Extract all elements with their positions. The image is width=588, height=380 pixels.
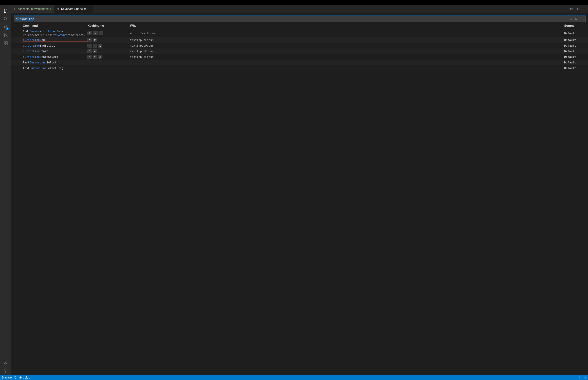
open-keybindings-json[interactable] — [570, 7, 573, 11]
bell-icon — [584, 376, 586, 379]
status-notifications[interactable] — [584, 376, 586, 379]
activity-explorer[interactable] — [1, 7, 10, 15]
keybindings-search-box[interactable] — [14, 16, 586, 22]
key-cap: ⇧ — [93, 55, 97, 59]
when-context: editorTextFocus — [130, 32, 564, 35]
close-icon[interactable] — [88, 8, 91, 10]
svg-point-12 — [59, 9, 59, 9]
gear-icon — [3, 368, 8, 373]
status-bar: main* 0 0 — [0, 375, 588, 380]
tab-label: horizontal-movement.txt — [18, 7, 49, 11]
keybindings-search-input[interactable] — [16, 17, 567, 21]
key-cap: I — [99, 31, 103, 35]
svg-point-1 — [4, 25, 5, 26]
file-text-icon — [14, 8, 16, 10]
keybinding-row[interactable]: Add Cursors to Line Endseditor.action.in… — [11, 29, 588, 37]
open-file-icon — [570, 7, 573, 11]
branch-name: main* — [5, 376, 12, 379]
activity-search[interactable] — [1, 15, 10, 23]
keybinding-row[interactable]: lastCursorLineSelectDrag-Default — [11, 65, 588, 71]
key-cap: ⌃ — [87, 49, 92, 53]
column-command[interactable]: Command — [23, 24, 87, 28]
split-editor[interactable] — [576, 7, 579, 11]
extensions-icon — [3, 41, 8, 46]
svg-point-19 — [2, 377, 3, 377]
activity-source-control[interactable]: 8 — [1, 23, 10, 31]
status-problems[interactable]: 0 0 — [19, 376, 30, 379]
when-context: textInputFocus — [130, 50, 564, 53]
sort-icon — [574, 17, 578, 20]
svg-rect-6 — [6, 42, 7, 43]
preferences-icon — [57, 8, 60, 10]
keybinding-row[interactable]: cursorLineEnd⌃EtextInputFocusDefault — [11, 37, 588, 43]
tab-modified-indicator: U — [50, 8, 52, 11]
sort-precedence-button[interactable] — [574, 17, 578, 21]
activity-account[interactable] — [1, 359, 10, 367]
svg-point-21 — [3, 377, 4, 377]
keybinding-source: Default — [564, 55, 588, 58]
tab-label: Keyboard Shortcuts — [61, 7, 86, 11]
key-cap: ⌥ — [93, 31, 98, 35]
activity-settings[interactable] — [1, 367, 10, 375]
record-keys-button[interactable] — [569, 17, 572, 21]
files-icon — [3, 8, 8, 13]
activity-extensions[interactable] — [1, 39, 10, 47]
error-count: 0 — [23, 376, 24, 379]
tab-keyboard-shortcuts[interactable]: Keyboard Shortcuts — [55, 5, 93, 13]
when-context: textInputFocus — [130, 55, 564, 58]
keyboard-icon — [569, 17, 572, 20]
svg-rect-8 — [6, 43, 7, 45]
key-cap: A — [98, 55, 102, 59]
svg-point-23 — [579, 377, 580, 378]
key-cap: ⌃ — [87, 44, 92, 48]
key-cap: ⌃ — [87, 38, 92, 42]
svg-rect-5 — [4, 42, 5, 43]
git-branch-icon — [2, 376, 4, 379]
key-cap: ⇧ — [87, 31, 92, 35]
filter-clear-icon — [580, 17, 584, 20]
status-sync[interactable] — [14, 376, 17, 379]
when-context: textInputFocus — [130, 44, 564, 47]
keybindings-table-header: Command Keybinding When Source — [11, 23, 588, 29]
svg-point-16 — [583, 9, 584, 9]
status-branch[interactable]: main* — [2, 376, 12, 379]
ellipsis-icon — [582, 7, 585, 11]
svg-point-15 — [582, 9, 583, 9]
when-context: - — [130, 61, 564, 64]
svg-point-20 — [2, 378, 3, 379]
svg-point-11 — [58, 8, 58, 9]
svg-rect-7 — [4, 43, 5, 45]
activity-run-debug[interactable] — [1, 31, 10, 39]
keybinding-row[interactable]: cursorLineStartSelect⌃⇧AtextInputFocusDe… — [11, 54, 588, 60]
key-cap: ⌃ — [87, 55, 92, 59]
status-feedback[interactable] — [578, 376, 581, 379]
keybinding-row[interactable]: cursorLineEndSelect⌃⇧EtextInputFocusDefa… — [11, 43, 588, 48]
svg-point-13 — [58, 9, 58, 10]
column-keybinding[interactable]: Keybinding — [87, 24, 130, 28]
svg-point-2 — [4, 28, 5, 29]
keybinding-source: Default — [564, 38, 588, 42]
warning-count: 0 — [29, 376, 30, 379]
debug-icon — [3, 33, 8, 38]
when-context: textInputFocus — [130, 38, 564, 42]
column-source[interactable]: Source — [564, 24, 588, 28]
keybinding-row[interactable]: lastCursorLineSelect-Default — [11, 60, 588, 65]
when-context: - — [130, 67, 564, 70]
split-icon — [576, 7, 579, 11]
keybinding-row[interactable]: cursorLineStart⌃AtextInputFocusDefault — [11, 48, 588, 54]
key-cap: E — [93, 38, 97, 42]
svg-point-17 — [585, 9, 585, 9]
tab-file[interactable]: horizontal-movement.txt U — [11, 5, 55, 13]
sync-icon — [14, 376, 17, 379]
search-icon — [3, 17, 8, 21]
svg-point-9 — [5, 361, 6, 363]
key-cap: E — [98, 44, 102, 48]
keybinding-source: Default — [564, 44, 588, 47]
key-cap: A — [93, 49, 97, 53]
key-cap: ⇧ — [93, 44, 97, 48]
clear-search-button[interactable] — [580, 17, 584, 21]
more-actions[interactable] — [582, 7, 585, 11]
column-when[interactable]: When — [130, 24, 564, 28]
account-icon — [3, 360, 8, 365]
keybinding-source: Default — [564, 61, 588, 64]
